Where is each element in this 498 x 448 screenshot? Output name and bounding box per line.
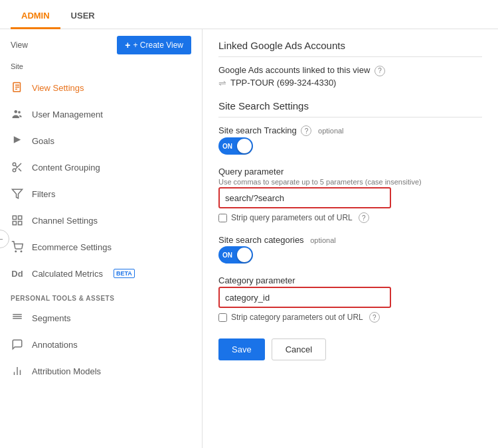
svg-point-5 — [18, 111, 21, 113]
annotations-icon — [11, 338, 24, 351]
svg-rect-12 — [13, 216, 16, 219]
personal-tools-label: PERSONAL TOOLS & ASSETS — [0, 287, 202, 305]
toggle-knob — [237, 139, 252, 153]
strip-query-param-checkbox[interactable] — [218, 214, 227, 222]
sidebar-item-filters[interactable]: Filters — [0, 181, 202, 207]
site-categories-label: Site search categories optional — [218, 235, 482, 245]
segments-icon — [11, 311, 24, 325]
sidebar-item-content-grouping[interactable]: Content Grouping — [0, 154, 202, 181]
view-label: View — [11, 40, 28, 50]
sidebar-item-label: Annotations — [32, 340, 78, 350]
toggle-on-label: ON — [222, 143, 232, 150]
svg-point-16 — [15, 251, 17, 252]
site-categories-toggle-wrap: ON — [218, 246, 482, 263]
sidebar-view-header: View + + Create View — [0, 29, 202, 61]
save-button[interactable]: Save — [218, 338, 265, 360]
site-search-tracking-label: Site search Tracking ? optional — [218, 125, 482, 137]
toggle-knob-2 — [237, 248, 252, 262]
sidebar: ← View + + Create View Site View Setting… — [0, 29, 203, 448]
help-icon-tracking[interactable]: ? — [301, 125, 311, 136]
help-icon[interactable]: ? — [374, 66, 385, 76]
dd-icon: Dd — [11, 267, 24, 280]
site-search-title: Site Search Settings — [218, 100, 482, 117]
strip-category-param-label: Strip category parameters out of URL — [231, 313, 363, 322]
sidebar-item-label: User Management — [32, 110, 103, 119]
top-nav: ADMIN USER — [0, 0, 498, 29]
linked-accounts-title: Linked Google Ads Accounts — [218, 40, 482, 57]
sidebar-item-attribution-models[interactable]: Attribution Models — [0, 358, 202, 384]
help-icon-strip-query[interactable]: ? — [359, 212, 369, 223]
site-search-tracking-toggle[interactable]: ON — [218, 137, 253, 155]
svg-line-10 — [15, 165, 17, 167]
svg-rect-13 — [19, 216, 22, 219]
svg-point-4 — [15, 110, 18, 113]
beta-badge: BETA — [114, 269, 135, 278]
svg-line-9 — [19, 169, 21, 171]
sidebar-item-goals[interactable]: Goals — [0, 127, 202, 154]
create-view-button[interactable]: + + Create View — [117, 36, 191, 54]
query-param-hint: Use commas to separate up to 5 parameter… — [218, 178, 482, 186]
grid-icon — [11, 214, 24, 227]
linked-accounts-field-label: Google Ads accounts linked to this view … — [218, 65, 482, 76]
category-param-input[interactable] — [218, 287, 391, 308]
cancel-button[interactable]: Cancel — [272, 338, 326, 360]
flag-icon — [11, 134, 24, 147]
category-param-label: Category parameter — [218, 275, 482, 285]
link-icon: ⇌ — [218, 78, 226, 88]
arrow-left-icon: ← — [0, 234, 5, 244]
sidebar-item-label: Segments — [32, 313, 71, 323]
query-param-label: Query parameter — [218, 167, 482, 177]
linked-accounts-section: Linked Google Ads Accounts Google Ads ac… — [218, 40, 482, 88]
toggle-on-label-2: ON — [222, 252, 232, 259]
sidebar-item-label: Filters — [32, 189, 55, 199]
query-param-input[interactable] — [218, 187, 391, 208]
linked-account-value: ⇌ TPP-TOUR (699-324-4330) — [218, 78, 482, 88]
strip-category-param-checkbox[interactable] — [218, 313, 227, 322]
main-layout: ← View + + Create View Site View Setting… — [0, 29, 498, 448]
document-icon — [11, 81, 24, 94]
sidebar-item-segments[interactable]: Segments — [0, 305, 202, 331]
svg-point-6 — [13, 163, 16, 166]
site-search-section: Site Search Settings Site search Trackin… — [218, 100, 482, 323]
sidebar-item-label: Ecommerce Settings — [32, 242, 112, 252]
help-icon-strip-category[interactable]: ? — [369, 312, 380, 323]
sidebar-item-label: Content Grouping — [32, 163, 100, 173]
svg-rect-15 — [19, 222, 22, 225]
svg-marker-11 — [13, 189, 23, 198]
create-view-label: + Create View — [133, 40, 184, 50]
site-search-toggle-wrap: ON — [218, 137, 482, 155]
sidebar-item-calculated-metrics[interactable]: Dd Calculated Metrics BETA — [0, 260, 202, 287]
site-categories-toggle[interactable]: ON — [218, 246, 253, 263]
sidebar-item-annotations[interactable]: Annotations — [0, 331, 202, 358]
sidebar-item-channel-settings[interactable]: Channel Settings — [0, 207, 202, 234]
sidebar-item-label: Attribution Models — [32, 366, 101, 376]
sidebar-item-ecommerce-settings[interactable]: Ecommerce Settings — [0, 234, 202, 260]
strip-query-param-label: Strip query parameters out of URL — [231, 213, 353, 222]
svg-rect-14 — [13, 222, 16, 225]
sidebar-item-user-management[interactable]: User Management — [0, 101, 202, 127]
sidebar-item-label: Channel Settings — [32, 216, 98, 226]
categories-optional-label: optional — [310, 236, 336, 244]
site-label: Site — [0, 61, 202, 74]
sidebar-item-label: Goals — [32, 136, 54, 146]
svg-point-17 — [21, 251, 22, 252]
category-param-group: Category parameter Strip category parame… — [218, 275, 482, 323]
svg-point-7 — [13, 169, 16, 172]
sidebar-item-label: Calculated Metrics — [32, 269, 103, 279]
strip-category-param-row: Strip category parameters out of URL ? — [218, 312, 482, 323]
strip-query-param-row: Strip query parameters out of URL ? — [218, 212, 482, 223]
action-buttons: Save Cancel — [218, 338, 482, 360]
site-search-categories-group: Site search categories optional ON — [218, 235, 482, 263]
main-content: Linked Google Ads Accounts Google Ads ac… — [203, 29, 498, 448]
cart-icon — [11, 240, 24, 254]
tab-user[interactable]: USER — [60, 4, 106, 29]
tab-admin[interactable]: ADMIN — [11, 4, 60, 29]
sidebar-item-view-settings[interactable]: View Settings — [0, 74, 202, 101]
users-icon — [11, 108, 24, 121]
site-search-tracking-group: Site search Tracking ? optional ON — [218, 125, 482, 155]
chart-icon — [11, 364, 24, 378]
optional-label: optional — [318, 127, 344, 135]
plus-icon: + — [125, 40, 130, 50]
sidebar-item-label: View Settings — [32, 83, 84, 93]
query-param-group: Query parameter Use commas to separate u… — [218, 167, 482, 223]
